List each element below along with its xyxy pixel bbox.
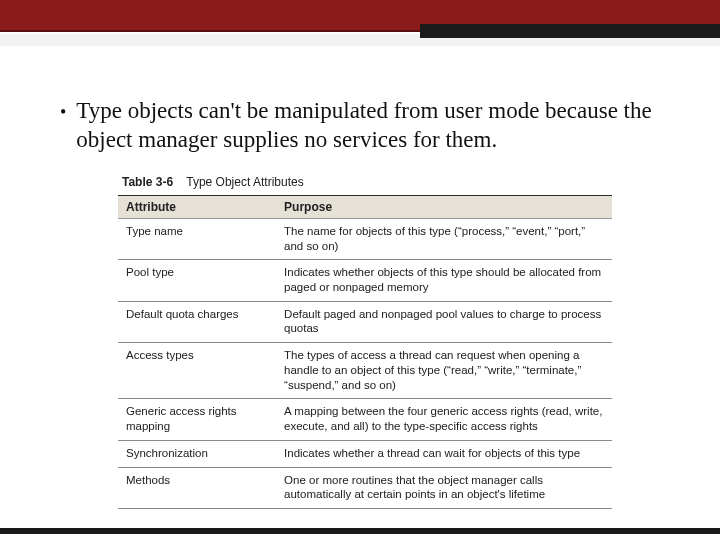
table-caption-title: Type Object Attributes: [186, 175, 303, 189]
table-row: Methods One or more routines that the ob…: [118, 467, 612, 508]
table-row: Access types The types of access a threa…: [118, 343, 612, 399]
cell-purpose: A mapping between the four generic acces…: [276, 399, 612, 440]
table-header-purpose: Purpose: [276, 195, 612, 218]
cell-purpose: Indicates whether objects of this type s…: [276, 260, 612, 301]
slide-content: • Type objects can't be manipulated from…: [0, 56, 720, 509]
table-row: Synchronization Indicates whether a thre…: [118, 440, 612, 467]
cell-attribute: Access types: [118, 343, 276, 399]
table-row: Generic access rights mapping A mapping …: [118, 399, 612, 440]
cell-attribute: Synchronization: [118, 440, 276, 467]
cell-attribute: Default quota charges: [118, 301, 276, 342]
cell-purpose: Indicates whether a thread can wait for …: [276, 440, 612, 467]
table-caption: Table 3-6 Type Object Attributes: [122, 175, 612, 189]
cell-purpose: Default paged and nonpaged pool values t…: [276, 301, 612, 342]
bullet-text: Type objects can't be manipulated from u…: [76, 96, 660, 155]
table-container: Table 3-6 Type Object Attributes Attribu…: [118, 175, 612, 509]
cell-attribute: Methods: [118, 467, 276, 508]
table-row: Type name The name for objects of this t…: [118, 218, 612, 259]
table-caption-number: Table 3-6: [122, 175, 173, 189]
cell-attribute: Type name: [118, 218, 276, 259]
attributes-table: Attribute Purpose Type name The name for…: [118, 195, 612, 509]
table-row: Pool type Indicates whether objects of t…: [118, 260, 612, 301]
table-row: Default quota charges Default paged and …: [118, 301, 612, 342]
banner-stripe-faint: [0, 34, 720, 46]
table-header-attribute: Attribute: [118, 195, 276, 218]
cell-purpose: One or more routines that the object man…: [276, 467, 612, 508]
slide-banner: [0, 0, 720, 56]
bullet-dot-icon: •: [60, 96, 66, 126]
cell-attribute: Generic access rights mapping: [118, 399, 276, 440]
cell-purpose: The types of access a thread can request…: [276, 343, 612, 399]
bullet-item: • Type objects can't be manipulated from…: [60, 96, 660, 155]
slide: • Type objects can't be manipulated from…: [0, 0, 720, 540]
slide-footer-bar: [0, 528, 720, 534]
cell-purpose: The name for objects of this type (“proc…: [276, 218, 612, 259]
table-header-row: Attribute Purpose: [118, 195, 612, 218]
cell-attribute: Pool type: [118, 260, 276, 301]
